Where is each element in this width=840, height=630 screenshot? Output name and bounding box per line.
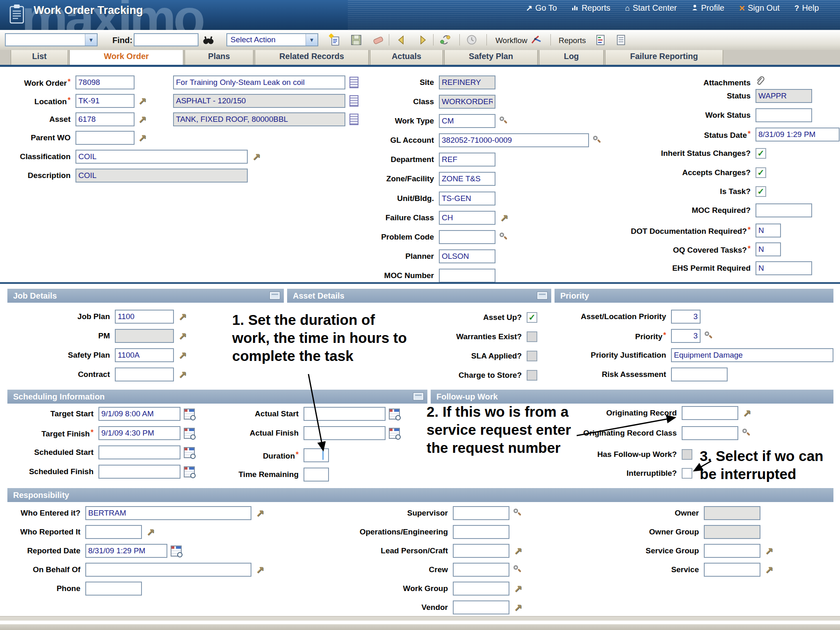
change-status-icon[interactable]: [439, 34, 452, 46]
service-group-input[interactable]: [704, 544, 760, 558]
actual-finish-input[interactable]: [304, 426, 386, 440]
department-input[interactable]: [439, 153, 495, 167]
detail-menu-icon[interactable]: [137, 95, 148, 107]
detail-menu-icon[interactable]: [177, 330, 188, 342]
report-list-icon[interactable]: [614, 34, 628, 46]
tab-log[interactable]: Log: [539, 50, 604, 65]
collapse-section-icon[interactable]: [537, 292, 547, 299]
paperclip-icon[interactable]: [756, 76, 765, 89]
classification-input[interactable]: [75, 150, 248, 164]
work-order-input[interactable]: [75, 75, 135, 89]
detail-menu-icon[interactable]: [499, 212, 509, 224]
detail-menu-icon[interactable]: [513, 583, 523, 594]
lead-person-craft-input[interactable]: [453, 544, 509, 558]
collapse-section-icon[interactable]: [270, 292, 280, 299]
priority-input[interactable]: [671, 329, 701, 343]
detail-menu-icon[interactable]: [177, 369, 188, 380]
select-action-dropdown[interactable]: Select Action: [226, 33, 318, 46]
detail-menu-icon[interactable]: [177, 349, 188, 361]
magnifier-icon[interactable]: [499, 116, 509, 126]
detail-menu-icon[interactable]: [513, 545, 523, 557]
nav-sign-out[interactable]: ×Sign Out: [739, 3, 780, 13]
workflow-route-icon[interactable]: [530, 34, 543, 46]
calendar-icon[interactable]: [389, 409, 400, 420]
reports-button[interactable]: Reports: [559, 36, 586, 45]
safety-plan-input[interactable]: [115, 348, 174, 362]
job-plan-input[interactable]: [115, 310, 174, 324]
work-type-input[interactable]: [439, 114, 495, 128]
workflow-button[interactable]: Workflow: [495, 36, 527, 45]
collapse-section-icon[interactable]: [413, 393, 423, 400]
new-record-icon[interactable]: [328, 34, 341, 46]
failure-class-input[interactable]: [439, 211, 495, 225]
who-entered-it-input[interactable]: [85, 506, 251, 520]
detail-menu-icon[interactable]: [255, 564, 265, 575]
dot-documentation-required-input[interactable]: [756, 224, 781, 237]
interruptible-checkbox[interactable]: [682, 468, 692, 479]
ehs-permit-required-input[interactable]: [756, 261, 812, 275]
tab-related-records[interactable]: Related Records: [255, 50, 369, 65]
actual-start-input[interactable]: [304, 407, 386, 421]
work-group-input[interactable]: [453, 582, 509, 596]
contract-input[interactable]: [115, 368, 174, 381]
next-record-icon[interactable]: [416, 34, 429, 46]
detail-menu-icon[interactable]: [764, 545, 774, 557]
who-reported-it-input[interactable]: [85, 525, 142, 539]
record-select-dropdown[interactable]: [5, 33, 98, 46]
detail-menu-icon[interactable]: [137, 132, 148, 144]
time-remaining-input[interactable]: [304, 468, 329, 482]
detail-menu-icon[interactable]: [251, 151, 262, 162]
magnifier-icon[interactable]: [704, 331, 714, 341]
report-page-icon[interactable]: [594, 34, 607, 46]
nav-reports[interactable]: Reports: [572, 3, 610, 13]
tab-safety-plan[interactable]: Safety Plan: [444, 50, 538, 65]
accepts-charges-checkbox[interactable]: [756, 167, 766, 178]
clear-changes-eraser-icon[interactable]: [372, 34, 385, 46]
calendar-icon[interactable]: [171, 546, 182, 557]
detail-menu-icon[interactable]: [742, 407, 752, 419]
chevron-down-icon[interactable]: [85, 34, 97, 46]
detail-menu-icon[interactable]: [145, 526, 156, 538]
target-finish-input[interactable]: [98, 426, 180, 440]
nav-profile[interactable]: Profile: [692, 3, 724, 13]
priority-justification-input[interactable]: [671, 348, 833, 362]
tab-failure-reporting[interactable]: Failure Reporting: [605, 50, 723, 65]
detail-menu-icon[interactable]: [177, 311, 188, 322]
is-task-checkbox[interactable]: [756, 186, 766, 197]
tab-work-order[interactable]: Work Order: [69, 50, 183, 65]
unit-bldg-input[interactable]: [439, 192, 495, 205]
moc-required-input[interactable]: [756, 203, 812, 217]
duration-input[interactable]: [304, 448, 329, 462]
tab-actuals[interactable]: Actuals: [370, 50, 443, 65]
nav-go-to[interactable]: ↗Go To: [526, 3, 557, 13]
detail-menu-icon[interactable]: [513, 602, 523, 613]
reported-date-input[interactable]: [85, 544, 167, 558]
scheduled-finish-input[interactable]: [98, 465, 180, 479]
target-start-input[interactable]: [98, 407, 180, 421]
parent-wo-input[interactable]: [75, 131, 135, 145]
originating-record-class-input[interactable]: [682, 426, 738, 440]
moc-number-input[interactable]: [439, 269, 495, 283]
magnifier-icon[interactable]: [499, 232, 509, 242]
zone-facility-input[interactable]: [439, 172, 495, 186]
detail-menu-icon[interactable]: [255, 507, 265, 519]
oq-covered-tasks-input[interactable]: [756, 242, 781, 256]
magnifier-icon[interactable]: [513, 508, 523, 518]
work-order-description-input[interactable]: [173, 75, 345, 89]
binoculars-icon[interactable]: [202, 34, 215, 46]
detail-menu-icon[interactable]: [137, 114, 148, 125]
problem-code-input[interactable]: [439, 230, 495, 244]
work-status-input[interactable]: [756, 108, 812, 122]
save-icon[interactable]: [349, 34, 363, 46]
originating-record-input[interactable]: [682, 406, 738, 420]
vendor-input[interactable]: [453, 600, 509, 614]
location-input[interactable]: [75, 94, 135, 108]
previous-record-icon[interactable]: [395, 34, 408, 46]
phone-input[interactable]: [85, 582, 142, 596]
magnifier-icon[interactable]: [513, 565, 523, 575]
risk-assessment-input[interactable]: [671, 368, 728, 381]
service-input[interactable]: [704, 563, 760, 577]
inherit-status-checkbox[interactable]: [756, 148, 766, 159]
on-behalf-of-input[interactable]: [85, 563, 251, 577]
detail-menu-icon[interactable]: [764, 564, 774, 575]
